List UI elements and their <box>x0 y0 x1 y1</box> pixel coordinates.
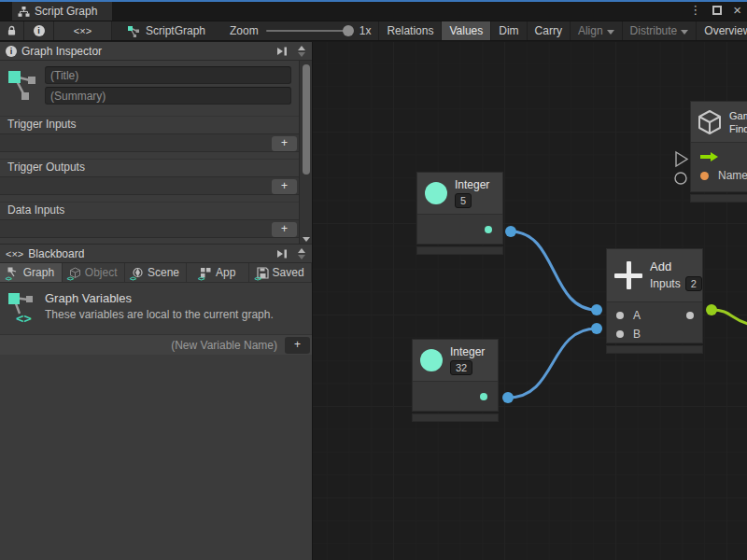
info-button[interactable]: i <box>24 21 54 40</box>
carry-button[interactable]: Carry <box>527 21 570 40</box>
app-variables-icon: <> <box>200 267 212 279</box>
port-label: A <box>633 309 641 322</box>
tab-script-graph[interactable]: Script Graph <box>12 2 112 21</box>
node-gameobject-find[interactable]: Game Object Find Name <box>690 101 747 203</box>
distribute-dropdown[interactable]: Distribute <box>622 21 697 40</box>
graph-summary-field[interactable] <box>45 87 291 105</box>
output-port-sum[interactable] <box>686 312 694 319</box>
dim-button[interactable]: Dim <box>490 21 526 40</box>
node-integer-32[interactable]: Integer 32 <box>412 339 499 422</box>
node-body: A B <box>606 302 703 343</box>
zoom-value: 1x <box>359 24 372 37</box>
scrollbar-thumb[interactable] <box>303 64 310 175</box>
node-header[interactable]: Integer 32 <box>412 339 499 382</box>
menu-icon[interactable]: ⋮ <box>689 3 701 17</box>
integer-output-port[interactable] <box>485 226 492 233</box>
dock-icon[interactable] <box>274 45 290 58</box>
trigger-input-arrow-icon[interactable] <box>700 152 718 161</box>
port-row-b: B <box>607 325 702 343</box>
focus-accent-line <box>0 0 747 2</box>
script-graph-window: Script Graph ⋮ × i <×> <box>0 0 747 560</box>
scroll-down-icon[interactable] <box>298 52 305 57</box>
node-header[interactable]: Add Inputs 2 <box>606 248 703 302</box>
inspector-scroll-arrows[interactable] <box>295 46 308 57</box>
chevron-down-icon <box>607 30 614 35</box>
zoom-slider[interactable] <box>266 30 352 32</box>
values-button[interactable]: Values <box>441 21 490 40</box>
node-body <box>416 215 503 245</box>
blackboard-header: <×> Blackboard <box>0 245 312 263</box>
align-dropdown[interactable]: Align <box>570 21 622 40</box>
window-titlebar: Script Graph ⋮ × <box>0 0 747 21</box>
new-variable-row: + <box>0 334 312 355</box>
graph-meta-fields <box>45 66 291 105</box>
trigger-inputs-label: Trigger Inputs <box>0 116 299 132</box>
tab-graph-variables[interactable]: <> Graph <box>0 263 63 282</box>
inputs-count-field[interactable]: 2 <box>685 276 702 291</box>
scroll-down-icon[interactable] <box>298 255 305 259</box>
scroll-up-icon[interactable] <box>298 46 305 50</box>
close-icon[interactable]: × <box>733 4 741 17</box>
add-operator-icon <box>614 261 642 289</box>
zoom-slider-knob[interactable] <box>343 25 354 36</box>
add-data-input-button[interactable]: + <box>272 222 297 237</box>
relations-button[interactable]: Relations <box>378 21 441 40</box>
info-icon: i <box>34 25 45 36</box>
lock-icon <box>7 25 16 36</box>
graph-canvas[interactable]: Integer 5 Integer 32 <box>313 42 747 560</box>
value-port-outline-icon <box>675 173 686 184</box>
graph-variables-heading: Graph Variables <box>45 291 274 305</box>
scene-variables-icon: <> <box>132 267 144 279</box>
trigger-inputs-list: + <box>0 133 299 152</box>
maximize-icon[interactable] <box>712 6 722 15</box>
tab-object-variables[interactable]: <> Object <box>63 263 125 282</box>
integer-value-field[interactable]: 5 <box>455 193 472 208</box>
object-variables-icon: <> <box>69 267 81 279</box>
node-add[interactable]: Add Inputs 2 A B <box>606 248 703 354</box>
overview-button[interactable]: Overview <box>696 21 747 40</box>
brackets-icon: <×> <box>74 25 92 36</box>
tab-saved-variables[interactable]: <> Saved <box>249 263 312 282</box>
integer-value-field[interactable]: 32 <box>450 360 472 375</box>
integer-output-port[interactable] <box>480 393 487 400</box>
tab-scene-variables[interactable]: <> Scene <box>125 263 188 282</box>
variables-brackets-button[interactable]: <×> <box>54 21 112 40</box>
new-variable-input[interactable] <box>0 339 283 352</box>
tab-app-variables[interactable]: <> App <box>187 263 249 282</box>
toolbar-left-group: i <×> <box>0 21 112 40</box>
scroll-up-icon[interactable] <box>298 248 305 253</box>
inspector-scrollbar[interactable] <box>299 61 312 244</box>
node-header[interactable]: Game Object Find <box>690 101 747 143</box>
input-port-b[interactable] <box>616 330 624 338</box>
graph-inspector-title: Graph Inspector <box>21 45 269 58</box>
script-graph-icon <box>127 25 140 37</box>
graph-name: ScriptGraph <box>146 24 205 37</box>
tab-title: Script Graph <box>35 5 97 18</box>
port-label: B <box>633 328 641 341</box>
add-trigger-input-button[interactable]: + <box>272 136 297 151</box>
node-header[interactable]: Integer 5 <box>416 172 503 215</box>
blackboard-scroll-arrows[interactable] <box>295 248 308 259</box>
dock-icon[interactable] <box>274 247 290 260</box>
trigger-outputs-label: Trigger Outputs <box>0 159 299 175</box>
data-inputs-label: Data Inputs <box>0 202 299 217</box>
node-title: Add <box>650 259 671 273</box>
add-trigger-output-button[interactable]: + <box>272 179 297 194</box>
graph-hierarchy-icon <box>18 6 30 18</box>
graph-toolbar: i <×> ScriptGraph Zoom 1x Relations <box>0 21 747 41</box>
name-input-port[interactable] <box>700 172 709 180</box>
sidebar-panel: i Graph Inspector <box>0 42 313 560</box>
zoom-control: Zoom 1x <box>230 21 371 40</box>
integer-literal-icon <box>425 182 447 204</box>
graph-variables-info: <> Graph Variables These variables are l… <box>0 283 312 334</box>
graph-meta-row <box>0 61 299 109</box>
add-variable-button[interactable]: + <box>285 337 310 354</box>
node-integer-5[interactable]: Integer 5 <box>416 172 503 255</box>
scroll-down-icon[interactable] <box>303 237 310 242</box>
input-port-a[interactable] <box>616 312 624 319</box>
graph-title-field[interactable] <box>45 66 291 84</box>
lock-button[interactable] <box>0 21 24 40</box>
node-title: Integer <box>450 345 485 358</box>
node-footer <box>416 246 503 255</box>
trigger-outputs-list: + <box>0 176 299 195</box>
